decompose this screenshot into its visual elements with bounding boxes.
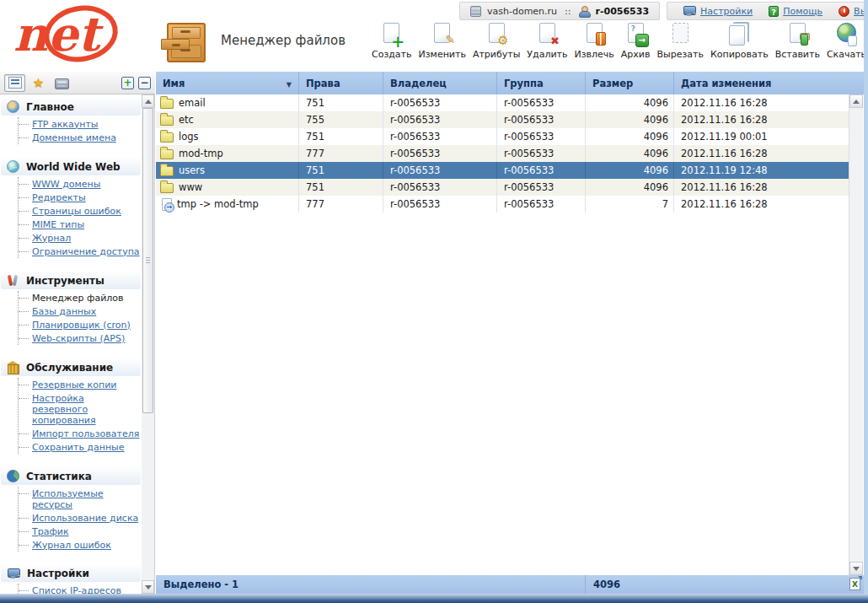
sidebar-scrollbar[interactable]	[142, 94, 155, 594]
tools-section-header[interactable]: Инструменты	[1, 272, 141, 289]
power-icon	[839, 6, 849, 17]
settings-link[interactable]: Настройки	[683, 6, 753, 17]
toolbar-group: СоздатьИзменитьАтрибутыУдалить	[368, 23, 571, 60]
cut-button-label: Вырезать	[656, 49, 703, 60]
ip-list-link[interactable]: Список IP-адресов	[32, 585, 121, 595]
tab-favorites[interactable]	[28, 74, 49, 92]
file-row-logs[interactable]: logs751r-0056533r-005653340962012.11.19 …	[156, 128, 849, 145]
page-glyph	[539, 23, 555, 43]
settings-section: НастройкиСписок IP-адресов	[0, 565, 142, 594]
toolbar-group: ВырезатьКопироватьВставить	[653, 23, 822, 60]
maintenance-section-header[interactable]: Обслуживание	[1, 358, 141, 376]
excel-export-icon[interactable]	[849, 578, 860, 590]
web-scripts-link[interactable]: Web-скрипты (APS)	[32, 333, 125, 344]
www-section-header[interactable]: World Wide Web	[1, 158, 141, 175]
server-icon	[470, 6, 481, 17]
page-glyph	[383, 23, 399, 43]
sidebar-list-item: Страницы ошибок	[19, 204, 142, 218]
file-row-tmp-mod-tmp[interactable]: tmp -> mod-tmp777r-0056533r-005653372012…	[156, 196, 849, 213]
access-restriction-link[interactable]: Ограничение доступа	[32, 246, 140, 257]
create-button[interactable]: Создать	[368, 23, 415, 60]
file-row-users[interactable]: users751r-0056533r-005653340962012.11.19…	[156, 162, 849, 179]
www-globe-icon	[7, 160, 19, 173]
sidebar-list-item: Резервные копии	[19, 378, 142, 391]
delete-button[interactable]: Удалить	[523, 23, 571, 60]
statistics-section-header[interactable]: Статистика	[1, 467, 141, 485]
paste-button[interactable]: Вставить	[772, 23, 823, 60]
col-owner-header[interactable]: Владелец	[383, 72, 497, 94]
sidebar-scroll-thumb[interactable]	[142, 108, 153, 413]
list-view-icon	[8, 77, 22, 89]
attributes-button[interactable]: Атрибуты	[469, 23, 523, 60]
databases-link[interactable]: Базы данных	[32, 306, 96, 317]
sidebar-list-item: Используемые ресурсы	[19, 487, 142, 511]
file-row-etc[interactable]: etc755r-0056533r-005653340962012.11.16 1…	[156, 111, 849, 128]
user-import-link[interactable]: Импорт пользователя	[32, 428, 139, 439]
cut-button[interactable]: Вырезать	[653, 23, 706, 60]
col-group-header[interactable]: Группа	[497, 72, 586, 94]
mime-types-link[interactable]: MIME типы	[32, 219, 84, 230]
delete-button-label: Удалить	[527, 49, 567, 60]
page-glyph	[628, 23, 644, 43]
backups-link[interactable]: Резервные копии	[32, 380, 117, 390]
status-selection: Выделено - 1	[156, 575, 586, 594]
sidebar-list-item: MIME типы	[19, 218, 142, 231]
collapse-all-button[interactable]: −	[138, 77, 151, 89]
tab-list-view[interactable]	[4, 74, 25, 92]
account-panel: vash-domen.ru :: r-0056533	[459, 2, 660, 20]
sidebar-list-item: Редиректы	[19, 191, 142, 204]
extract-button[interactable]: Извлечь	[571, 23, 617, 60]
globe-page-icon	[835, 23, 859, 46]
expand-all-button[interactable]: +	[121, 77, 134, 89]
edit-button-label: Изменить	[419, 49, 466, 60]
page-plus-icon	[380, 23, 404, 46]
file-list-scrollbar[interactable]	[849, 94, 863, 575]
cell-perms: 751	[299, 128, 383, 145]
tab-collection[interactable]	[51, 74, 72, 92]
settings-section-header[interactable]: Настройки	[1, 565, 141, 582]
cell-name: users	[156, 162, 299, 179]
account-username: r-0056533	[596, 6, 650, 17]
folder-icon	[160, 99, 174, 109]
used-resources-link[interactable]: Используемые ресурсы	[32, 488, 142, 510]
col-perms-header[interactable]: Права	[299, 72, 383, 94]
col-size-header[interactable]: Размер	[586, 72, 674, 94]
save-data-link[interactable]: Сохранить данные	[32, 442, 125, 453]
cron-scheduler-link[interactable]: Планировщик (cron)	[32, 320, 131, 331]
file-row-email[interactable]: email751r-0056533r-005653340962012.11.16…	[156, 94, 849, 111]
page-gear-icon	[485, 23, 508, 46]
disk-usage-link[interactable]: Использование диска	[32, 513, 138, 524]
domain-names-link[interactable]: Доменные имена	[32, 132, 116, 143]
file-list-scroll-up-button[interactable]	[849, 94, 863, 108]
sidebar-scroll-down-button[interactable]	[142, 580, 154, 594]
ftp-accounts-link[interactable]: FTP аккаунты	[32, 119, 99, 130]
cell-size: 4096	[586, 162, 674, 179]
archive-button[interactable]: Архив	[618, 23, 654, 60]
journal-link[interactable]: Журнал	[32, 233, 71, 244]
file-list-scroll-down-button[interactable]	[849, 562, 863, 575]
edit-button[interactable]: Изменить	[415, 23, 469, 60]
main-section-header[interactable]: Главное	[1, 98, 141, 116]
folder-icon	[160, 183, 174, 193]
error-pages-link[interactable]: Страницы ошибок	[32, 206, 121, 217]
attributes-button-label: Атрибуты	[473, 49, 520, 60]
settings-monitor-icon	[7, 568, 20, 579]
traffic-link[interactable]: Трафик	[32, 526, 69, 537]
copy-button[interactable]: Копировать	[707, 23, 772, 60]
sidebar-list-item: Использование диска	[19, 511, 142, 525]
cell-perms: 751	[299, 162, 383, 179]
file-row-mod-tmp[interactable]: mod-tmp777r-0056533r-005653340962012.11.…	[156, 145, 849, 162]
error-log-link[interactable]: Журнал ошибок	[32, 540, 111, 551]
file-manager-window: vash-domen.ru :: r-0056533 НастройкиПомо…	[0, 0, 868, 603]
file-row-www[interactable]: www751r-0056533r-005653340962012.11.16 1…	[156, 179, 849, 196]
download-button[interactable]: Скачать	[823, 23, 868, 60]
redirects-link[interactable]: Редиректы	[32, 192, 86, 203]
www-domains-link[interactable]: WWW домены	[32, 179, 100, 190]
sidebar-scroll-up-button[interactable]	[142, 94, 154, 108]
col-name-header[interactable]: Имя	[156, 72, 299, 94]
col-date-header[interactable]: Дата изменения	[674, 72, 864, 94]
tools-section-items: Менеджер файловБазы данныхПланировщик (c…	[18, 291, 142, 345]
maintenance-section: ОбслуживаниеРезервные копииНастройка рез…	[0, 358, 142, 454]
help-link[interactable]: Помощь	[769, 6, 822, 17]
backup-settings-link[interactable]: Настройка резервного копирования	[32, 393, 142, 426]
